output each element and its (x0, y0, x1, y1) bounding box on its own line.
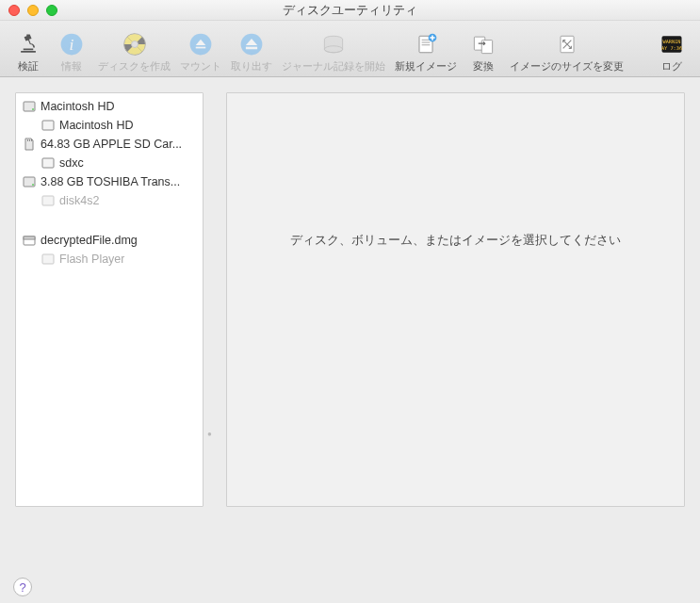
new-image-label: 新規イメージ (395, 60, 457, 73)
toolbar: 検証 i 情報 ディスクを作成 (0, 21, 700, 77)
tree-item-label: sdxc (59, 156, 84, 170)
log-icon: WARNINAY 7:36 (658, 30, 686, 58)
new-image-button[interactable]: 新規イメージ (391, 24, 461, 75)
svg-point-24 (32, 108, 34, 110)
burn-label: ディスクを作成 (98, 60, 171, 73)
tree-item[interactable]: 64.83 GB APPLE SD Car... (16, 135, 203, 154)
svg-rect-25 (42, 121, 54, 130)
tree-item-label: Macintosh HD (59, 119, 134, 132)
sidebar: Macintosh HDMacintosh HD64.83 GB APPLE S… (15, 92, 203, 507)
eject-button[interactable]: 取り出す (227, 24, 276, 75)
svg-text:AY 7:36: AY 7:36 (661, 45, 682, 51)
content-area: Macintosh HDMacintosh HD64.83 GB APPLE S… (0, 77, 700, 571)
dmg-icon (22, 233, 37, 248)
tree-item[interactable]: 3.88 GB TOSHIBA Trans... (16, 172, 203, 191)
info-button[interactable]: i 情報 (51, 24, 92, 75)
svg-rect-32 (42, 196, 54, 205)
svg-rect-14 (422, 41, 431, 42)
zoom-button[interactable] (46, 5, 57, 16)
tree-item-label: Flash Player (59, 253, 124, 266)
main-panel: ディスク、ボリューム、またはイメージを選択してください (226, 92, 685, 507)
tree-item[interactable]: Macintosh HD (16, 97, 203, 116)
new-image-icon (412, 30, 440, 58)
burn-icon (121, 30, 149, 58)
usb-icon (22, 174, 37, 189)
minimize-button[interactable] (27, 5, 39, 16)
volume-icon (41, 252, 56, 267)
volume-icon (41, 118, 56, 133)
image-tree: decryptedFile.dmgFlash Player (16, 227, 203, 272)
mount-button[interactable]: マウント (176, 24, 225, 75)
svg-point-5 (131, 41, 138, 47)
svg-rect-15 (422, 44, 431, 45)
window-controls (8, 5, 57, 16)
help-button[interactable]: ? (13, 578, 32, 596)
journal-icon (319, 30, 348, 58)
resize-label: イメージのサイズを変更 (510, 60, 624, 73)
resize-icon (553, 30, 581, 58)
placeholder-text: ディスク、ボリューム、またはイメージを選択してください (290, 233, 621, 249)
help-icon: ? (19, 580, 25, 595)
resize-button[interactable]: イメージのサイズを変更 (506, 24, 627, 75)
svg-rect-26 (27, 139, 28, 141)
svg-rect-13 (422, 39, 431, 40)
info-icon: i (57, 30, 86, 58)
svg-rect-29 (42, 158, 54, 168)
tree-item[interactable]: sdxc (16, 154, 203, 172)
volume-icon (41, 193, 56, 208)
svg-rect-7 (196, 46, 206, 48)
tree-item-label: Macintosh HD (41, 100, 115, 113)
mount-icon (187, 30, 215, 58)
mount-label: マウント (180, 60, 221, 73)
tree-item-label: 3.88 GB TOSHIBA Trans... (41, 175, 180, 188)
verify-label: 検証 (18, 60, 39, 73)
burn-button[interactable]: ディスクを作成 (94, 24, 174, 75)
svg-rect-34 (24, 236, 35, 239)
journal-button[interactable]: ジャーナル記録を開始 (278, 24, 389, 75)
log-label: ログ (661, 60, 682, 73)
close-button[interactable] (8, 5, 20, 16)
tree-item[interactable]: decryptedFile.dmg (16, 231, 203, 250)
sd-icon (22, 137, 37, 152)
verify-button[interactable]: 検証 (8, 24, 49, 75)
svg-text:WARNIN: WARNIN (663, 39, 681, 44)
window-title: ディスクユーティリティ (283, 2, 417, 19)
eject-label: 取り出す (231, 60, 272, 73)
tree-item[interactable]: disk4s2 (16, 191, 203, 210)
hdd-icon (22, 99, 37, 114)
microscope-icon (14, 30, 42, 58)
svg-text:i: i (70, 35, 74, 54)
svg-rect-28 (31, 139, 32, 141)
info-label: 情報 (61, 60, 82, 73)
titlebar: ディスクユーティリティ (0, 0, 700, 21)
journal-label: ジャーナル記録を開始 (282, 60, 385, 73)
footer: ? (0, 571, 700, 603)
svg-rect-27 (29, 139, 30, 141)
svg-rect-35 (42, 254, 54, 264)
log-button[interactable]: WARNINAY 7:36 ログ (651, 24, 692, 75)
tree-item-label: decryptedFile.dmg (41, 234, 138, 247)
drag-handle-icon[interactable]: ● (207, 430, 213, 435)
convert-button[interactable]: 変換 (463, 24, 504, 75)
svg-rect-9 (246, 46, 257, 49)
tree-item[interactable]: Macintosh HD (16, 116, 203, 135)
convert-label: 変換 (473, 60, 494, 73)
convert-icon (469, 30, 497, 58)
eject-icon (237, 30, 266, 58)
disk-tree: Macintosh HDMacintosh HD64.83 GB APPLE S… (16, 93, 203, 214)
tree-item-label: disk4s2 (59, 194, 99, 207)
tree-item[interactable]: Flash Player (16, 250, 203, 269)
volume-icon (41, 155, 56, 171)
svg-point-31 (32, 184, 34, 186)
tree-item-label: 64.83 GB APPLE SD Car... (41, 138, 182, 151)
